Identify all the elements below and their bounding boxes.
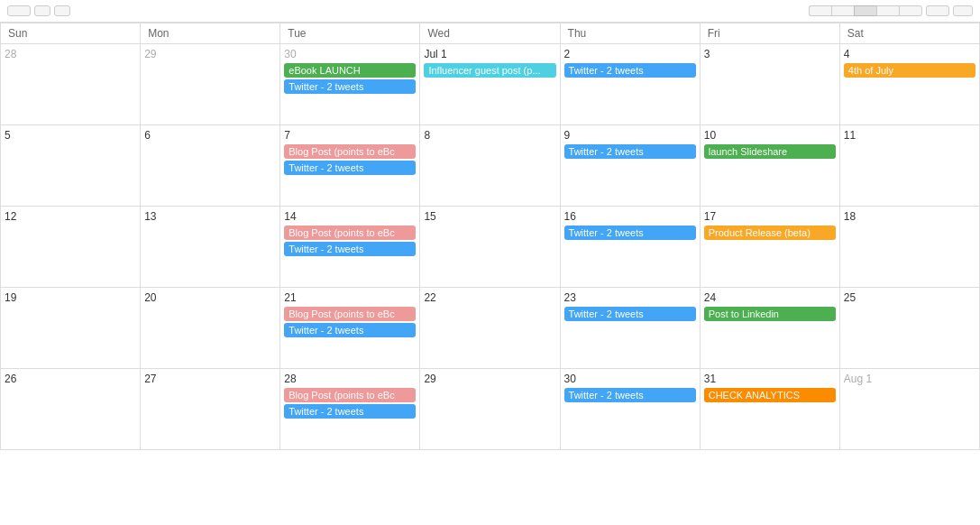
view-switcher: [809, 5, 922, 16]
calendar-cell[interactable]: 31CHECK ANALYTICS: [700, 369, 839, 450]
day-number: 24: [704, 291, 836, 304]
calendar-cell[interactable]: 29: [141, 44, 280, 125]
calendar-cell[interactable]: 5: [1, 125, 141, 207]
calendar-cell[interactable]: 20: [141, 288, 280, 369]
calendar-cell[interactable]: Jul 1Influencer guest post (p...: [420, 44, 560, 125]
day-number: 23: [564, 291, 696, 304]
calendar-event[interactable]: Blog Post (points to eBc: [284, 226, 416, 240]
next-button[interactable]: [54, 5, 70, 16]
calendar-event[interactable]: 4th of July: [844, 63, 975, 78]
calendar-event[interactable]: Post to Linkedin: [704, 307, 836, 321]
calendar-event[interactable]: Twitter - 2 tweets: [564, 63, 696, 78]
day-number: 27: [144, 373, 276, 385]
calendar-event[interactable]: Twitter - 2 tweets: [284, 79, 416, 94]
calendar-week-row: 121314Blog Post (points to eBcTwitter - …: [1, 207, 980, 288]
calendar-cell[interactable]: 7Blog Post (points to eBcTwitter - 2 twe…: [280, 125, 420, 207]
day-view-button[interactable]: [809, 5, 831, 16]
day-header-tue: Tue: [280, 23, 420, 44]
calendar-body: 282930eBook LAUNCHTwitter - 2 tweetsJul …: [1, 44, 980, 450]
calendar-cell[interactable]: 13: [141, 207, 280, 288]
calendar-event[interactable]: Twitter - 2 tweets: [564, 388, 696, 402]
calendar-event[interactable]: CHECK ANALYTICS: [704, 388, 836, 402]
prev-button[interactable]: [34, 5, 50, 16]
calendar-cell[interactable]: 19: [1, 288, 141, 369]
day-number: 3: [704, 48, 836, 60]
calendar-cell[interactable]: 6: [141, 125, 280, 207]
day-number: 7: [284, 129, 416, 142]
day-number: 13: [144, 210, 276, 223]
calendar-cell[interactable]: 27: [141, 369, 280, 450]
calendar-cell[interactable]: 22: [420, 288, 560, 369]
day-header-mon: Mon: [141, 23, 280, 44]
calendar-cell[interactable]: 18: [839, 207, 979, 288]
day-number: 25: [844, 291, 975, 304]
calendar-cell[interactable]: 8: [420, 125, 560, 207]
month-view-button[interactable]: [854, 5, 876, 16]
calendar-header-row: SunMonTueWedThuFriSat: [1, 23, 980, 44]
day-number: 4: [844, 48, 975, 60]
calendar-cell[interactable]: 12: [1, 207, 141, 288]
settings-button[interactable]: [953, 5, 973, 16]
calendar-cell[interactable]: 3: [700, 44, 839, 125]
day-number: 12: [5, 210, 136, 223]
four-days-view-button[interactable]: [876, 5, 899, 16]
calendar-cell[interactable]: 25: [839, 288, 979, 369]
calendar-cell[interactable]: 26: [1, 369, 141, 450]
calendar-week-row: 282930eBook LAUNCHTwitter - 2 tweetsJul …: [1, 44, 980, 125]
calendar-cell[interactable]: 21Blog Post (points to eBcTwitter - 2 tw…: [280, 288, 420, 369]
day-number: 5: [5, 129, 136, 142]
calendar-cell[interactable]: 14Blog Post (points to eBcTwitter - 2 tw…: [280, 207, 420, 288]
calendar-cell[interactable]: 28: [1, 44, 141, 125]
calendar-cell[interactable]: 28Blog Post (points to eBcTwitter - 2 tw…: [280, 369, 420, 450]
day-number: 28: [284, 373, 416, 385]
calendar-event[interactable]: Twitter - 2 tweets: [564, 226, 696, 240]
toolbar: [0, 0, 980, 23]
day-number: 15: [424, 210, 555, 223]
calendar-event[interactable]: Twitter - 2 tweets: [564, 144, 696, 159]
calendar-cell[interactable]: 2Twitter - 2 tweets: [560, 44, 700, 125]
calendar-week-row: 262728Blog Post (points to eBcTwitter - …: [1, 369, 980, 450]
more-button[interactable]: [926, 5, 949, 16]
day-number: Aug 1: [844, 373, 975, 385]
calendar-cell[interactable]: 30eBook LAUNCHTwitter - 2 tweets: [280, 44, 420, 125]
calendar-cell[interactable]: 16Twitter - 2 tweets: [560, 207, 700, 288]
day-number: 17: [704, 210, 836, 223]
day-number: 10: [704, 129, 836, 142]
day-number: Jul 1: [424, 48, 555, 60]
calendar-cell[interactable]: Aug 1: [839, 369, 979, 450]
calendar-event[interactable]: Influencer guest post (p...: [424, 63, 555, 78]
day-number: 29: [424, 373, 555, 385]
today-button[interactable]: [7, 5, 31, 16]
calendar-cell[interactable]: 23Twitter - 2 tweets: [560, 288, 700, 369]
calendar-event[interactable]: Twitter - 2 tweets: [284, 242, 416, 256]
agenda-view-button[interactable]: [899, 5, 922, 16]
day-number: 26: [5, 373, 136, 385]
calendar-event[interactable]: Twitter - 2 tweets: [284, 323, 416, 337]
day-header-sat: Sat: [839, 23, 979, 44]
calendar-cell[interactable]: 30Twitter - 2 tweets: [560, 369, 700, 450]
calendar-event[interactable]: Twitter - 2 tweets: [564, 307, 696, 321]
calendar-cell[interactable]: 17Product Release (beta): [700, 207, 839, 288]
day-number: 8: [424, 129, 555, 142]
day-number: 2: [564, 48, 696, 60]
calendar-cell[interactable]: 15: [420, 207, 560, 288]
calendar-cell[interactable]: 11: [839, 125, 979, 207]
calendar-event[interactable]: launch Slideshare: [704, 144, 836, 159]
calendar-grid: SunMonTueWedThuFriSat 282930eBook LAUNCH…: [0, 23, 980, 450]
calendar-event[interactable]: Twitter - 2 tweets: [284, 404, 416, 419]
day-number: 14: [284, 210, 416, 223]
calendar-event[interactable]: Blog Post (points to eBc: [284, 388, 416, 402]
calendar-cell[interactable]: 9Twitter - 2 tweets: [560, 125, 700, 207]
calendar-cell[interactable]: 44th of July: [839, 44, 979, 125]
week-view-button[interactable]: [831, 5, 854, 16]
calendar-event[interactable]: Blog Post (points to eBc: [284, 307, 416, 321]
day-number: 21: [284, 291, 416, 304]
calendar-event[interactable]: Twitter - 2 tweets: [284, 161, 416, 175]
calendar-event[interactable]: Product Release (beta): [704, 226, 836, 240]
calendar-cell[interactable]: 10launch Slideshare: [700, 125, 839, 207]
calendar-event[interactable]: Blog Post (points to eBc: [284, 144, 416, 159]
calendar-event[interactable]: eBook LAUNCH: [284, 63, 416, 78]
day-number: 9: [564, 129, 696, 142]
calendar-cell[interactable]: 29: [420, 369, 560, 450]
calendar-cell[interactable]: 24Post to Linkedin: [700, 288, 839, 369]
